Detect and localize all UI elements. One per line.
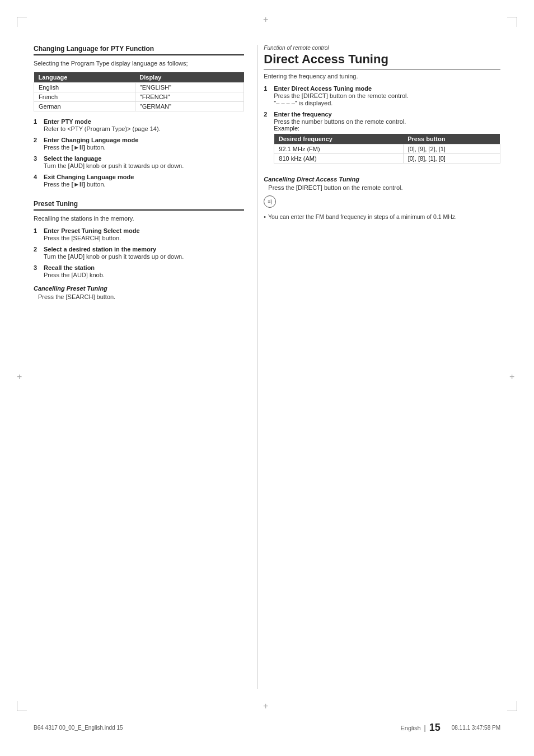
freq-table-header-freq: Desired frequency xyxy=(274,134,403,144)
preset-cancelling-detail: Press the [SEARCH] button. xyxy=(38,293,244,300)
preset-tuning-section: Preset Tuning Recalling the stations in … xyxy=(34,200,244,300)
preset-step-detail-1: Press the [SEARCH] button. xyxy=(44,235,244,241)
frequency-table: Desired frequency Press button 92.1 MHz … xyxy=(274,134,500,164)
direct-step-content-1: Enter Direct Access Tuning mode Press th… xyxy=(274,85,500,106)
right-column: Function of remote control Direct Access… xyxy=(257,45,500,689)
left-column: Changing Language for PTY Function Selec… xyxy=(34,45,257,689)
changing-language-desc: Selecting the Program Type display langu… xyxy=(34,60,244,67)
direct-step-2: 2 Enter the frequency Press the number b… xyxy=(264,111,500,169)
changing-language-steps: 1 Enter PTY mode Refer to <PTY (Program … xyxy=(34,118,244,188)
changing-language-section: Changing Language for PTY Function Selec… xyxy=(34,45,244,188)
preset-step-title-2: Select a desired station in the memory xyxy=(44,246,244,253)
corner-mark-tr xyxy=(507,17,517,27)
display-german: "GERMAN" xyxy=(135,102,244,111)
step-3: 3 Select the language Turn the [AUD] kno… xyxy=(34,155,244,169)
lang-table-header-language: Language xyxy=(34,72,135,83)
preset-step-num-3: 3 xyxy=(34,264,41,271)
note-icon: ≡) xyxy=(264,195,276,208)
preset-step-title-1: Enter Preset Tuning Select mode xyxy=(44,227,244,234)
table-row: German "GERMAN" xyxy=(34,102,244,111)
center-mark-top xyxy=(263,17,271,25)
btn-am: [0], [8], [1], [0] xyxy=(403,154,500,164)
center-mark-right xyxy=(509,374,517,382)
step-1: 1 Enter PTY mode Refer to <PTY (Program … xyxy=(34,118,244,132)
changing-language-title: Changing Language for PTY Function xyxy=(34,45,244,55)
center-mark-left xyxy=(17,374,25,382)
direct-step-note-1: "– – – –" is displayed. xyxy=(274,100,500,106)
page: Changing Language for PTY Function Selec… xyxy=(0,0,534,756)
right-main-title: Direct Access Tuning xyxy=(264,52,500,69)
preset-step-num-2: 2 xyxy=(34,246,41,253)
direct-cancelling-detail: Press the [DIRECT] button on the remote … xyxy=(268,184,500,191)
lang-german: German xyxy=(34,102,135,111)
step-num-1: 1 xyxy=(34,118,41,125)
step-num-2: 2 xyxy=(34,137,41,143)
direct-step-title-2: Enter the frequency xyxy=(274,111,500,118)
preset-step-2: 2 Select a desired station in the memory… xyxy=(34,246,244,260)
table-row: English "ENGLISH" xyxy=(34,83,244,92)
preset-step-1: 1 Enter Preset Tuning Select mode Press … xyxy=(34,227,244,241)
step-content-1: Enter PTY mode Refer to <PTY (Program Ty… xyxy=(44,118,244,132)
direct-step-num-2: 2 xyxy=(264,111,271,118)
corner-mark-bl xyxy=(17,701,27,711)
right-desc: Entering the frequency and tuning. xyxy=(264,73,500,80)
table-row: 92.1 MHz (FM) [0], [9], [2], [1] xyxy=(274,144,500,154)
example-label: Example: xyxy=(274,125,500,132)
preset-tuning-steps: 1 Enter Preset Tuning Select mode Press … xyxy=(34,227,244,278)
footer-right: English | 15 08.11.1 3:47:58 PM xyxy=(400,722,500,734)
note-text: You can enter the FM band frequency in s… xyxy=(264,213,500,220)
right-subtitle: Function of remote control xyxy=(264,45,500,51)
preset-step-detail-3: Press the [AUD] knob. xyxy=(44,272,244,278)
center-mark-bottom xyxy=(263,703,271,711)
direct-step-content-2: Enter the frequency Press the number but… xyxy=(274,111,500,169)
page-number: 15 xyxy=(429,722,441,734)
step-detail-2: Press the [►II] button. xyxy=(44,144,244,151)
step-num-4: 4 xyxy=(34,174,41,180)
footer-file: B64 4317 00_00_E_English.indd 15 xyxy=(34,725,123,731)
preset-cancelling-title: Cancelling Preset Tuning xyxy=(34,285,244,292)
footer-date: 08.11.1 3:47:58 PM xyxy=(452,725,500,731)
direct-access-steps: 1 Enter Direct Access Tuning mode Press … xyxy=(264,85,500,169)
table-row: 810 kHz (AM) [0], [8], [1], [0] xyxy=(274,154,500,164)
preset-step-detail-2: Turn the [AUD] knob or push it towards u… xyxy=(44,253,244,260)
preset-step-content-2: Select a desired station in the memory T… xyxy=(44,246,244,260)
freq-am: 810 kHz (AM) xyxy=(274,154,403,164)
lang-english: English xyxy=(34,83,135,92)
preset-step-content-1: Enter Preset Tuning Select mode Press th… xyxy=(44,227,244,241)
step-title-4: Exit Changing Language mode xyxy=(44,174,244,180)
preset-tuning-title: Preset Tuning xyxy=(34,200,244,211)
freq-fm: 92.1 MHz (FM) xyxy=(274,144,403,154)
language-table: Language Display English "ENGLISH" Frenc… xyxy=(34,72,244,111)
lang-french: French xyxy=(34,92,135,102)
step-content-3: Select the language Turn the [AUD] knob … xyxy=(44,155,244,169)
step-title-3: Select the language xyxy=(44,155,244,162)
direct-step-title-1: Enter Direct Access Tuning mode xyxy=(274,85,500,92)
direct-step-detail-1: Press the [DIRECT] button on the remote … xyxy=(274,92,500,99)
preset-step-num-1: 1 xyxy=(34,227,41,234)
freq-table-header-btn: Press button xyxy=(403,134,500,144)
step-detail-3: Turn the [AUD] knob or push it towards u… xyxy=(44,162,244,169)
display-english: "ENGLISH" xyxy=(135,83,244,92)
preset-step-title-3: Recall the station xyxy=(44,264,244,271)
preset-step-3: 3 Recall the station Press the [AUD] kno… xyxy=(34,264,244,278)
footer: B64 4317 00_00_E_English.indd 15 English… xyxy=(34,722,500,734)
preset-step-content-3: Recall the station Press the [AUD] knob. xyxy=(44,264,244,278)
step-detail-4: Press the [►II] button. xyxy=(44,181,244,188)
page-info: English | 15 xyxy=(400,722,440,734)
step-4: 4 Exit Changing Language mode Press the … xyxy=(34,174,244,188)
preset-tuning-desc: Recalling the stations in the memory. xyxy=(34,215,244,222)
table-row: French "FRENCH" xyxy=(34,92,244,102)
page-language: English xyxy=(400,725,420,731)
step-num-3: 3 xyxy=(34,155,41,162)
step-detail-1: Refer to <PTY (Program Type)> (page 14). xyxy=(44,125,244,132)
display-french: "FRENCH" xyxy=(135,92,244,102)
direct-step-1: 1 Enter Direct Access Tuning mode Press … xyxy=(264,85,500,106)
direct-step-num-1: 1 xyxy=(264,85,271,92)
direct-cancelling-title: Cancelling Direct Access Tuning xyxy=(264,176,500,183)
page-separator: | xyxy=(424,724,426,732)
step-title-2: Enter Changing Language mode xyxy=(44,137,244,143)
step-title-1: Enter PTY mode xyxy=(44,118,244,125)
btn-fm: [0], [9], [2], [1] xyxy=(403,144,500,154)
direct-step-detail-2: Press the number buttons on the remote c… xyxy=(274,118,500,125)
step-content-2: Enter Changing Language mode Press the [… xyxy=(44,137,244,151)
